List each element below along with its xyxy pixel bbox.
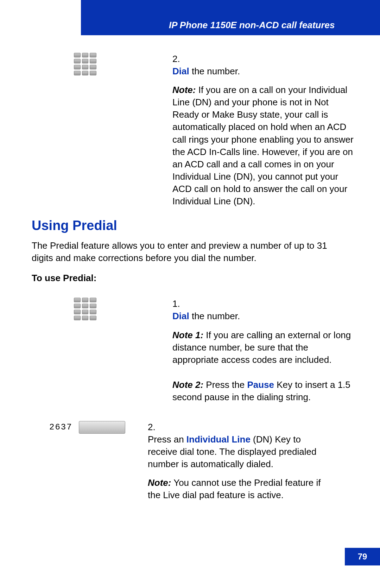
step-icon-col: [32, 298, 172, 320]
action-rest: the number.: [189, 311, 240, 321]
section-intro: The Predial feature allows you to enter …: [32, 240, 331, 264]
note2-label: Note 2:: [172, 379, 203, 390]
action-keyword: Dial: [172, 66, 189, 76]
section-subhead: To use Predial:: [32, 273, 331, 284]
action-rest: the number.: [189, 66, 240, 76]
note-label: Note:: [172, 85, 196, 95]
note-body: You cannot use the Predial feature if th…: [148, 477, 321, 500]
dialpad-icon: [74, 53, 96, 75]
step-number: 2.: [148, 421, 160, 433]
step-number: 1.: [172, 298, 184, 310]
note2-keyword: Pause: [247, 379, 274, 390]
note-label: Note:: [148, 477, 171, 488]
step-text: 1. Dial the number. Note 1: If you are c…: [172, 298, 355, 403]
note-body: If you are on a call on your Individual …: [172, 85, 354, 206]
step-number: 2.: [172, 53, 184, 65]
action-keyword: Dial: [172, 311, 189, 321]
page-content: 2. Dial the number. Note: If you are on …: [32, 53, 331, 509]
predial-step-2: 2637 2. Press an Individual Line (DN) Ke…: [32, 421, 331, 502]
step-icon-col: 2637: [32, 421, 148, 434]
step2-keyword: Individual Line: [186, 434, 251, 445]
step-icon-col: [32, 53, 172, 75]
line-key-icon: [79, 421, 125, 434]
predial-step-1: 1. Dial the number. Note 1: If you are c…: [32, 298, 331, 403]
page-number: 79: [345, 548, 380, 565]
step-text: 2. Dial the number. Note: If you are on …: [172, 53, 355, 208]
step-dial-number: 2. Dial the number. Note: If you are on …: [32, 53, 331, 208]
note1-label: Note 1:: [172, 330, 203, 340]
section-heading: Using Predial: [32, 218, 331, 233]
display-number: 2637: [49, 422, 72, 432]
step-text: 2. Press an Individual Line (DN) Key to …: [148, 421, 331, 502]
dialpad-icon: [74, 298, 96, 320]
note2-pre: Press the: [203, 379, 247, 390]
step2-pre: Press an: [148, 434, 186, 445]
header-title: IP Phone 1150E non-ACD call features: [169, 20, 335, 31]
